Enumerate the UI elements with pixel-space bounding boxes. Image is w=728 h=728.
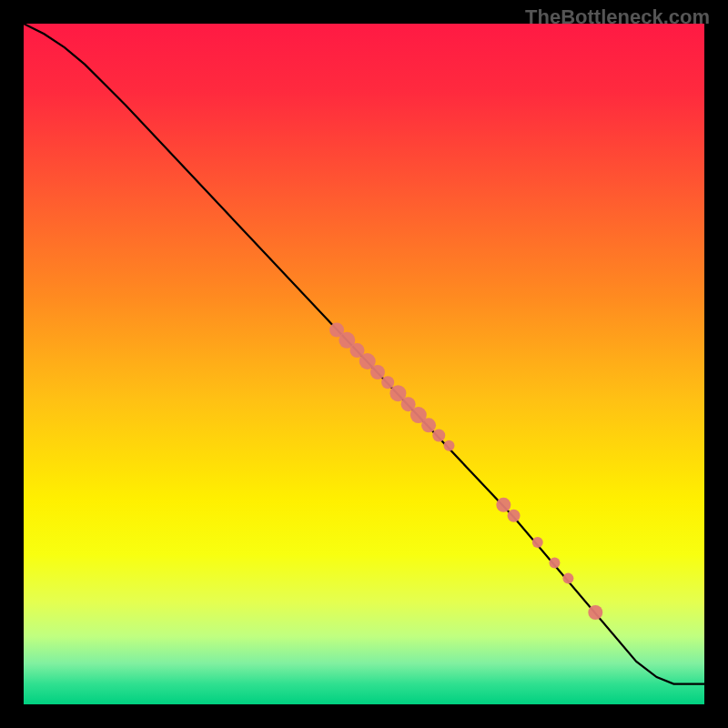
chart-marker [370, 365, 385, 379]
watermark-text: TheBottleneck.com [525, 5, 710, 29]
chart-marker [549, 557, 560, 568]
chart-marker [496, 498, 511, 512]
chart-marker [562, 573, 573, 584]
chart-marker [588, 605, 602, 620]
chart-marker [444, 440, 455, 451]
chart-marker [532, 537, 543, 548]
chart-marker [508, 510, 521, 522]
chart-marker [432, 430, 445, 442]
chart-svg [24, 24, 704, 704]
chart-marker [381, 376, 394, 389]
chart-plot-area [24, 24, 704, 704]
chart-marker [421, 418, 436, 432]
